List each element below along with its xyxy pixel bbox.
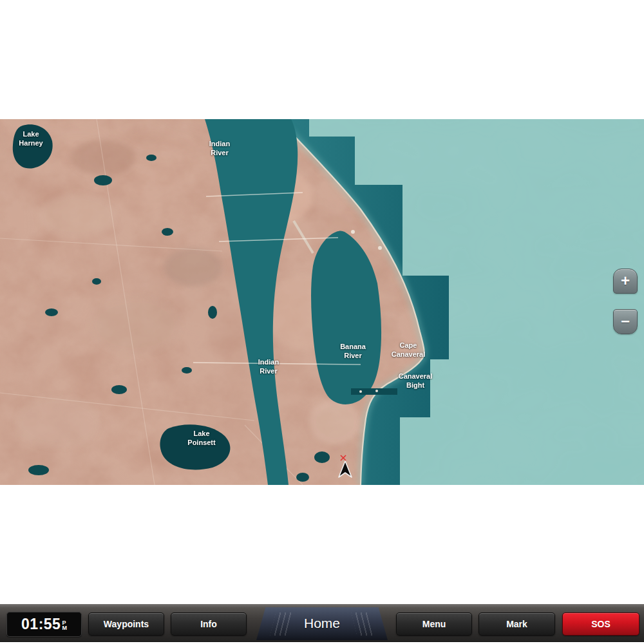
time-value: 01:55 (21, 616, 61, 633)
home-grip-right-icon (352, 612, 374, 636)
home-button[interactable]: Home (256, 607, 388, 640)
meridiem-m: M (62, 625, 67, 630)
sos-button[interactable]: SOS (562, 612, 639, 636)
map-viewport[interactable]: LakeHarneyIndianRiverBananaRiverCapeCana… (0, 119, 644, 485)
zoom-in-button[interactable]: + (613, 269, 638, 294)
time-display: 01:55 P M (6, 612, 82, 637)
chartplotter-screen: LakeHarneyIndianRiverBananaRiverCapeCana… (0, 119, 644, 523)
menu-button[interactable]: Menu (396, 612, 472, 636)
satellite-chart (0, 119, 644, 485)
mark-button[interactable]: Mark (478, 612, 555, 636)
info-button[interactable]: Info (171, 612, 247, 636)
home-label: Home (304, 616, 340, 630)
waypoints-button[interactable]: Waypoints (88, 612, 164, 636)
page: LakeHarneyIndianRiverBananaRiverCapeCana… (0, 0, 644, 644)
home-grip-left-icon (270, 612, 293, 636)
time-meridiem: P M (62, 620, 67, 630)
zoom-controls: + − (612, 269, 638, 334)
zoom-out-button[interactable]: − (613, 309, 638, 334)
port-canaveral-channel (351, 388, 397, 395)
status-bar: 01:55 P M Waypoints Info Home Menu Mark … (0, 604, 644, 642)
